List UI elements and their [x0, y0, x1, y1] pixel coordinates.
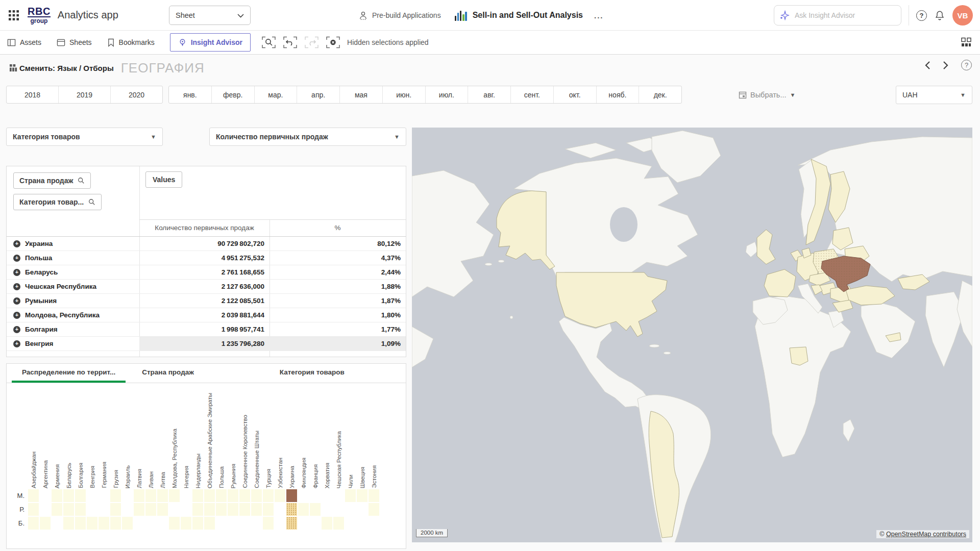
- heatmap-cell[interactable]: [63, 503, 74, 516]
- heatmap-cell[interactable]: [192, 489, 203, 502]
- chart-tab-2[interactable]: Страна продаж: [132, 364, 204, 383]
- heatmap-cell[interactable]: [369, 503, 379, 516]
- percent-cell[interactable]: 1,80%: [270, 308, 406, 322]
- heatmap-cell[interactable]: [169, 503, 180, 516]
- heatmap-cell[interactable]: [99, 489, 109, 502]
- heatmap-cell[interactable]: [99, 517, 109, 530]
- heatmap-cell[interactable]: [310, 517, 321, 530]
- heatmap-cell[interactable]: [134, 503, 144, 516]
- heatmap-cell[interactable]: [345, 489, 356, 502]
- heatmap-cell[interactable]: [275, 517, 285, 530]
- year-filter-2018[interactable]: 2018: [7, 86, 58, 103]
- heatmap-cell[interactable]: [181, 517, 191, 530]
- month-filter-6[interactable]: июн.: [382, 86, 425, 103]
- heatmap-cell[interactable]: [345, 517, 356, 530]
- table-row[interactable]: +Беларусь2 761 168,6552,44%: [7, 265, 406, 280]
- sales-value-cell[interactable]: 90 729 802,720: [139, 237, 270, 251]
- percent-cell[interactable]: 80,12%: [270, 237, 406, 251]
- heatmap-cell[interactable]: [87, 503, 97, 516]
- month-filter-2[interactable]: февр.: [211, 86, 254, 103]
- percent-cell[interactable]: 1,09%: [270, 337, 406, 350]
- heatmap-cell[interactable]: [263, 503, 274, 516]
- column-header-measure[interactable]: Количество первичных продаж: [139, 219, 270, 236]
- heatmap-cell[interactable]: [275, 503, 285, 516]
- row-country-cell[interactable]: +Польша: [7, 251, 139, 265]
- heatmap-cell[interactable]: [110, 503, 121, 516]
- heatmap-cell[interactable]: [52, 489, 62, 502]
- sales-value-cell[interactable]: 1 998 957,741: [139, 322, 270, 336]
- heatmap-cell[interactable]: [75, 503, 86, 516]
- heatmap-cell[interactable]: [192, 503, 203, 516]
- search-input[interactable]: [794, 11, 896, 20]
- heatmap-cell[interactable]: [134, 517, 144, 530]
- row-country-cell[interactable]: +Беларусь: [7, 265, 139, 279]
- expand-icon[interactable]: +: [13, 240, 20, 247]
- heatmap-cell[interactable]: [275, 489, 285, 502]
- month-filter-9[interactable]: сент.: [510, 86, 553, 103]
- percent-cell[interactable]: 4,37%: [270, 251, 406, 265]
- sales-value-cell[interactable]: 2 122 085,501: [139, 294, 270, 308]
- prebuild-applications-link[interactable]: Pre-build Applications: [372, 11, 441, 19]
- month-filter-11[interactable]: нояб.: [596, 86, 639, 103]
- heatmap-cell[interactable]: [40, 517, 51, 530]
- currency-selector[interactable]: UAH ▼: [896, 86, 972, 104]
- month-filter-3[interactable]: мар.: [254, 86, 297, 103]
- heatmap-cell[interactable]: [357, 503, 368, 516]
- heatmap-cell[interactable]: [40, 489, 51, 502]
- world-map[interactable]: 2000 km © OpenStreetMap contributors: [412, 128, 972, 542]
- app-launcher-icon[interactable]: [7, 9, 20, 22]
- heatmap-cell[interactable]: [310, 489, 321, 502]
- table-row[interactable]: +Молдова, Республика2 039 881,6441,80%: [7, 308, 406, 322]
- osm-link[interactable]: OpenStreetMap contributors: [886, 531, 966, 538]
- heatmap-cell[interactable]: [298, 489, 309, 502]
- table-row[interactable]: +Украина90 729 802,72080,12%: [7, 237, 406, 251]
- heatmap-cell[interactable]: [298, 517, 309, 530]
- tab-sheets[interactable]: Sheets: [57, 38, 92, 47]
- tab-bookmarks[interactable]: Bookmarks: [107, 38, 155, 47]
- measure-selector[interactable]: Количество первичных продаж ▼: [209, 128, 406, 146]
- sales-value-cell[interactable]: 2 127 636,000: [139, 280, 270, 293]
- expand-icon[interactable]: +: [13, 283, 20, 290]
- row-country-cell[interactable]: +Венгрия: [7, 337, 139, 350]
- sales-value-cell[interactable]: 1 235 796,280: [139, 337, 270, 350]
- heatmap-cell[interactable]: [204, 503, 215, 516]
- year-filter-2019[interactable]: 2019: [58, 86, 110, 103]
- heatmap-cell[interactable]: [145, 517, 156, 530]
- month-filter-5[interactable]: мая: [339, 86, 382, 103]
- more-menu-button[interactable]: ...: [594, 11, 604, 20]
- heatmap-cell[interactable]: [333, 517, 344, 530]
- heatmap-cell[interactable]: [286, 489, 297, 502]
- expand-icon[interactable]: +: [13, 255, 20, 262]
- avatar[interactable]: VB: [952, 5, 973, 26]
- heatmap-cell[interactable]: [239, 503, 250, 516]
- heatmap-cell[interactable]: [286, 503, 297, 516]
- percent-cell[interactable]: 1,87%: [270, 294, 406, 308]
- heatmap-cell[interactable]: [228, 503, 238, 516]
- heatmap-cell[interactable]: [63, 517, 74, 530]
- language-switcher[interactable]: Сменить: Язык / Отборы: [19, 64, 114, 72]
- heatmap-cell[interactable]: [357, 489, 368, 502]
- clear-selections-icon[interactable]: [326, 36, 340, 48]
- insight-advisor-search[interactable]: [774, 5, 901, 26]
- heatmap-cell[interactable]: [310, 503, 321, 516]
- table-row[interactable]: +Болгария1 998 957,7411,77%: [7, 322, 406, 337]
- heatmap-cell[interactable]: [251, 489, 262, 502]
- heatmap-cell[interactable]: [239, 517, 250, 530]
- heatmap-cell[interactable]: [239, 489, 250, 502]
- expand-icon[interactable]: +: [13, 269, 20, 276]
- column-header-percent[interactable]: %: [270, 219, 406, 236]
- heatmap-cell[interactable]: [286, 517, 297, 530]
- month-filter-10[interactable]: окт.: [553, 86, 596, 103]
- heatmap-cell[interactable]: [216, 517, 227, 530]
- heatmap-cell[interactable]: [145, 503, 156, 516]
- redo-selection-icon[interactable]: [305, 36, 318, 48]
- heatmap-cell[interactable]: [28, 503, 39, 516]
- heatmap-cell[interactable]: [192, 517, 203, 530]
- percent-cell[interactable]: 1,77%: [270, 322, 406, 336]
- heatmap-cell[interactable]: [169, 517, 180, 530]
- heatmap-cell[interactable]: [216, 489, 227, 502]
- layout-grid-icon[interactable]: [9, 63, 18, 72]
- percent-cell[interactable]: 2,44%: [270, 265, 406, 279]
- heatmap-cell[interactable]: [333, 489, 344, 502]
- row-country-cell[interactable]: +Румыния: [7, 294, 139, 308]
